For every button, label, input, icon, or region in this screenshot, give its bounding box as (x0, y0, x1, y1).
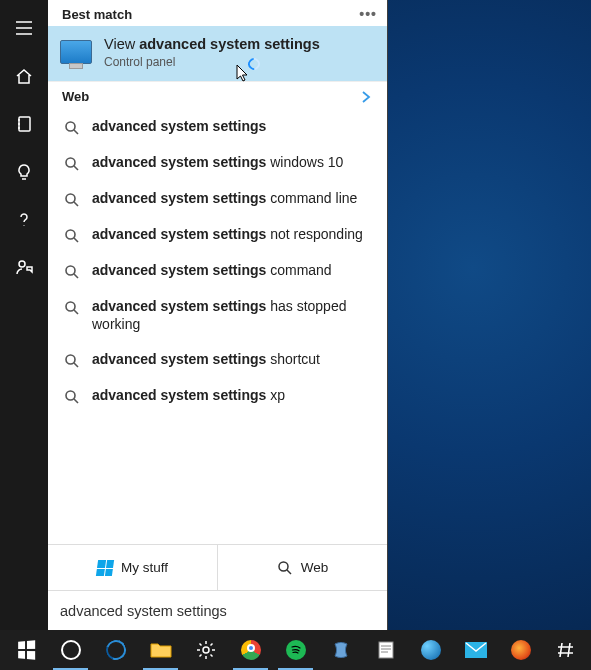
suggestion-text: advanced system settings (92, 118, 373, 136)
scope-my-stuff-label: My stuff (121, 560, 168, 575)
search-panel: Best match ••• View advanced system sett… (48, 0, 388, 630)
svg-point-9 (66, 391, 75, 400)
suggestion-text: advanced system settings command (92, 262, 373, 280)
search-icon (64, 353, 80, 369)
control-panel-icon (60, 40, 92, 64)
taskbar-app-7[interactable] (319, 630, 362, 670)
taskbar-app-10[interactable] (454, 630, 497, 670)
chevron-right-icon (359, 90, 373, 104)
suggestion-text: advanced system settings has stopped wor… (92, 298, 373, 333)
hash-icon (557, 641, 575, 659)
best-match-title: View advanced system settings (104, 36, 375, 53)
cortana-button[interactable] (49, 630, 92, 670)
cortana-icon (61, 640, 81, 660)
suggestion-item[interactable]: advanced system settings not responding (48, 217, 387, 253)
home-button[interactable] (0, 52, 48, 100)
taskbar-chrome[interactable] (229, 630, 272, 670)
hamburger-button[interactable] (0, 4, 48, 52)
notebook-button[interactable] (0, 100, 48, 148)
feedback-icon (14, 258, 34, 278)
help-button[interactable] (0, 196, 48, 244)
suggestion-text: advanced system settings windows 10 (92, 154, 373, 172)
svg-rect-12 (379, 642, 393, 658)
hamburger-icon (14, 18, 34, 38)
best-match-result[interactable]: View advanced system settings Control pa… (48, 26, 387, 81)
suggestion-item[interactable]: advanced system settings command (48, 253, 387, 289)
help-icon (14, 210, 34, 230)
taskbar (0, 630, 591, 670)
search-icon (64, 192, 80, 208)
web-header[interactable]: Web (48, 81, 387, 109)
svg-point-5 (66, 230, 75, 239)
svg-point-3 (66, 158, 75, 167)
app-icon (465, 642, 487, 658)
search-icon (64, 228, 80, 244)
file-explorer-icon (150, 641, 172, 659)
search-icon (64, 120, 80, 136)
svg-point-11 (203, 647, 209, 653)
scope-my-stuff[interactable]: My stuff (48, 545, 218, 590)
svg-point-6 (66, 266, 75, 275)
scope-web-label: Web (301, 560, 329, 575)
web-header-label: Web (62, 89, 89, 104)
scope-bar: My stuff Web (48, 544, 387, 590)
home-icon (14, 66, 34, 86)
best-match-label: Best match (62, 7, 132, 22)
windows-logo-icon (96, 560, 114, 576)
app-icon (421, 640, 441, 660)
feedback-button[interactable] (0, 244, 48, 292)
suggestion-text: advanced system settings not responding (92, 226, 373, 244)
taskbar-file-explorer[interactable] (139, 630, 182, 670)
best-match-header: Best match ••• (48, 0, 387, 26)
svg-point-2 (66, 122, 75, 131)
more-icon[interactable]: ••• (359, 6, 377, 22)
svg-point-1 (19, 261, 25, 267)
suggestion-text: advanced system settings command line (92, 190, 373, 208)
search-icon (64, 264, 80, 280)
scope-web[interactable]: Web (218, 545, 387, 590)
taskbar-app-12[interactable] (544, 630, 587, 670)
suggestion-item[interactable]: advanced system settings xp (48, 378, 387, 414)
suggestion-item[interactable]: advanced system settings windows 10 (48, 145, 387, 181)
suggestion-item[interactable]: advanced system settings has stopped wor… (48, 289, 387, 342)
svg-point-8 (66, 355, 75, 364)
taskbar-firefox[interactable] (499, 630, 542, 670)
start-button[interactable] (4, 630, 47, 670)
taskbar-app-8[interactable] (364, 630, 407, 670)
taskbar-edge[interactable] (94, 630, 137, 670)
search-input-value: advanced system settings (60, 603, 227, 619)
svg-point-7 (66, 302, 75, 311)
svg-rect-0 (19, 117, 30, 131)
search-icon (277, 560, 293, 576)
svg-point-4 (66, 194, 75, 203)
notebook-icon (14, 114, 34, 134)
settings-icon (196, 640, 216, 660)
taskbar-spotify[interactable] (274, 630, 317, 670)
cortana-ribbon (0, 0, 48, 630)
chrome-icon (241, 640, 261, 660)
edge-icon (102, 637, 129, 664)
search-icon (64, 389, 80, 405)
search-input[interactable]: advanced system settings (48, 590, 387, 630)
lightbulb-icon (14, 162, 34, 182)
spotify-icon (286, 640, 306, 660)
lightbulb-button[interactable] (0, 148, 48, 196)
suggestion-text: advanced system settings shortcut (92, 351, 373, 369)
windows-start-icon (18, 640, 35, 660)
search-icon (64, 300, 80, 316)
app-icon (331, 640, 351, 660)
suggestion-item[interactable]: advanced system settings command line (48, 181, 387, 217)
svg-point-10 (279, 562, 288, 571)
taskbar-app-9[interactable] (409, 630, 452, 670)
best-match-subtitle: Control panel (104, 55, 375, 69)
taskbar-settings[interactable] (184, 630, 227, 670)
web-suggestions: advanced system settingsadvanced system … (48, 109, 387, 544)
suggestion-item[interactable]: advanced system settings shortcut (48, 342, 387, 378)
search-icon (64, 156, 80, 172)
firefox-icon (511, 640, 531, 660)
suggestion-item[interactable]: advanced system settings (48, 109, 387, 145)
app-icon (377, 640, 395, 660)
suggestion-text: advanced system settings xp (92, 387, 373, 405)
